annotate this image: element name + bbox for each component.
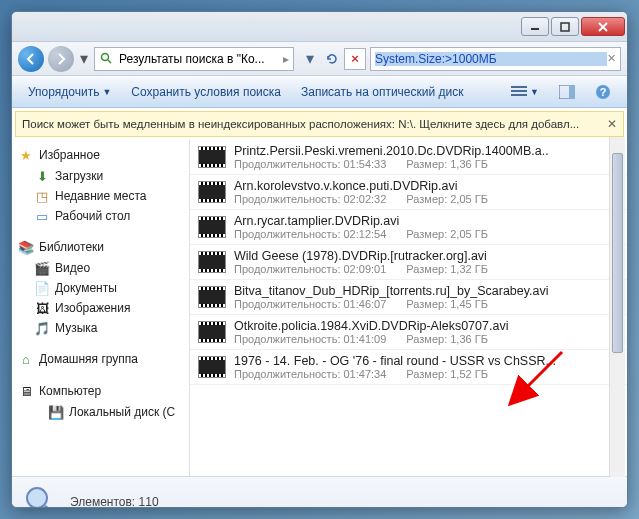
help-button[interactable]: ?: [587, 81, 619, 103]
sidebar-item-video[interactable]: 🎬Видео: [12, 258, 189, 278]
content-area: ★Избранное ⬇Загрузки ◳Недавние места ▭Ра…: [12, 140, 627, 476]
file-name: Otkroite.policia.1984.XviD.DVDRip-Aleks0…: [234, 319, 619, 333]
star-icon: ★: [18, 147, 34, 163]
recent-icon: ◳: [34, 188, 50, 204]
file-name: Arn.korolevstvo.v.konce.puti.DVDRip.avi: [234, 179, 619, 193]
favorites-header[interactable]: ★Избранное: [12, 144, 189, 166]
file-size: Размер: 1,52 ГБ: [406, 368, 488, 380]
file-duration: Продолжительность: 01:41:09: [234, 333, 386, 345]
back-button[interactable]: [18, 46, 44, 72]
pane-icon: [559, 85, 575, 99]
homegroup-icon: ⌂: [18, 351, 34, 367]
file-size: Размер: 2,05 ГБ: [406, 193, 488, 205]
results-list: Printz.Persii.Peski.vremeni.2010.Dc.DVDR…: [190, 140, 627, 476]
svg-point-13: [27, 488, 47, 508]
homegroup-header[interactable]: ⌂Домашняя группа: [12, 348, 189, 370]
file-duration: Продолжительность: 01:46:07: [234, 298, 386, 310]
file-name: Wild Geese (1978).DVDRip.[rutracker.org]…: [234, 249, 619, 263]
file-item[interactable]: Printz.Persii.Peski.vremeni.2010.Dc.DVDR…: [190, 140, 627, 175]
sidebar-item-local-disk[interactable]: 💾Локальный диск (C: [12, 402, 189, 422]
organize-button[interactable]: Упорядочить▼: [20, 82, 119, 102]
file-duration: Продолжительность: 02:09:01: [234, 263, 386, 275]
file-size: Размер: 1,32 ГБ: [406, 263, 488, 275]
clear-search-icon[interactable]: ✕: [607, 52, 616, 65]
svg-rect-1: [561, 23, 569, 31]
close-button[interactable]: [581, 17, 625, 36]
search-input[interactable]: [375, 52, 607, 66]
file-size: Размер: 1,36 ГБ: [406, 333, 488, 345]
file-duration: Продолжительность: 02:02:32: [234, 193, 386, 205]
address-dropdown[interactable]: ▾: [300, 48, 320, 70]
nav-bar: ▾ Результаты поиска в "Ко... ▸ ▾ × ✕: [12, 42, 627, 76]
file-size: Размер: 1,45 ГБ: [406, 298, 488, 310]
svg-rect-10: [569, 85, 575, 99]
sidebar-item-desktop[interactable]: ▭Рабочий стол: [12, 206, 189, 226]
titlebar[interactable]: [12, 12, 627, 42]
save-search-button[interactable]: Сохранить условия поиска: [123, 82, 289, 102]
sidebar-item-documents[interactable]: 📄Документы: [12, 278, 189, 298]
video-thumbnail: [198, 356, 226, 378]
file-duration: Продолжительность: 01:47:34: [234, 368, 386, 380]
magnifier-icon: [22, 483, 60, 509]
info-text: Поиск может быть медленным в неиндексиро…: [22, 118, 579, 130]
video-thumbnail: [198, 216, 226, 238]
libraries-header[interactable]: 📚Библиотеки: [12, 236, 189, 258]
maximize-button[interactable]: [551, 17, 579, 36]
forward-button[interactable]: [48, 46, 74, 72]
explorer-window: ▾ Результаты поиска в "Ко... ▸ ▾ × ✕ Упо…: [11, 11, 628, 508]
burn-button[interactable]: Записать на оптический диск: [293, 82, 472, 102]
view-options-button[interactable]: ▼: [503, 82, 547, 102]
help-icon: ?: [595, 84, 611, 100]
file-item[interactable]: Wild Geese (1978).DVDRip.[rutracker.org]…: [190, 245, 627, 280]
video-thumbnail: [198, 321, 226, 343]
sidebar-item-music[interactable]: 🎵Музыка: [12, 318, 189, 338]
video-thumbnail: [198, 251, 226, 273]
address-bar[interactable]: Результаты поиска в "Ко... ▸: [94, 47, 294, 71]
sidebar-item-recent[interactable]: ◳Недавние места: [12, 186, 189, 206]
documents-icon: 📄: [34, 280, 50, 296]
file-item[interactable]: Otkroite.policia.1984.XviD.DVDRip-Aleks0…: [190, 315, 627, 350]
sidebar-item-downloads[interactable]: ⬇Загрузки: [12, 166, 189, 186]
svg-rect-6: [511, 86, 527, 88]
file-size: Размер: 2,05 ГБ: [406, 228, 488, 240]
preview-pane-button[interactable]: [551, 82, 583, 102]
file-item[interactable]: Arn.rycar.tamplier.DVDRip.avi Продолжите…: [190, 210, 627, 245]
stop-search-button[interactable]: ×: [344, 48, 366, 70]
command-bar: Упорядочить▼ Сохранить условия поиска За…: [12, 76, 627, 108]
search-box[interactable]: ✕: [370, 47, 621, 71]
file-name: Arn.rycar.tamplier.DVDRip.avi: [234, 214, 619, 228]
music-icon: 🎵: [34, 320, 50, 336]
search-folder-icon: [99, 51, 115, 67]
chevron-right-icon: ▸: [283, 52, 289, 66]
video-icon: 🎬: [34, 260, 50, 276]
file-duration: Продолжительность: 02:12:54: [234, 228, 386, 240]
file-name: Printz.Persii.Peski.vremeni.2010.Dc.DVDR…: [234, 144, 619, 158]
status-label: Элементов:: [70, 495, 135, 509]
downloads-icon: ⬇: [34, 168, 50, 184]
infobar-close-icon[interactable]: ✕: [607, 117, 617, 131]
libraries-icon: 📚: [18, 239, 34, 255]
file-name: 1976 - 14. Feb. - OG '76 - final round -…: [234, 354, 619, 368]
disk-icon: 💾: [48, 404, 64, 420]
minimize-button[interactable]: [521, 17, 549, 36]
computer-header[interactable]: 🖥Компьютер: [12, 380, 189, 402]
file-name: Bitva_titanov_Dub_HDRip_[torrents.ru]_by…: [234, 284, 619, 298]
pictures-icon: 🖼: [34, 300, 50, 316]
sidebar-item-pictures[interactable]: 🖼Изображения: [12, 298, 189, 318]
svg-rect-8: [511, 94, 527, 96]
file-item[interactable]: 1976 - 14. Feb. - OG '76 - final round -…: [190, 350, 627, 385]
status-count: 110: [139, 495, 159, 509]
refresh-button[interactable]: [322, 48, 342, 70]
video-thumbnail: [198, 181, 226, 203]
computer-icon: 🖥: [18, 383, 34, 399]
history-dropdown[interactable]: ▾: [78, 46, 90, 72]
file-item[interactable]: Bitva_titanov_Dub_HDRip_[torrents.ru]_by…: [190, 280, 627, 315]
scrollbar[interactable]: [609, 137, 625, 477]
details-pane: Элементов: 110: [12, 476, 627, 508]
svg-line-14: [45, 506, 55, 509]
info-bar[interactable]: Поиск может быть медленным в неиндексиро…: [15, 111, 624, 137]
file-item[interactable]: Arn.korolevstvo.v.konce.puti.DVDRip.avi …: [190, 175, 627, 210]
address-text: Результаты поиска в "Ко...: [119, 52, 283, 66]
scrollbar-thumb[interactable]: [612, 153, 623, 353]
file-size: Размер: 1,36 ГБ: [406, 158, 488, 170]
